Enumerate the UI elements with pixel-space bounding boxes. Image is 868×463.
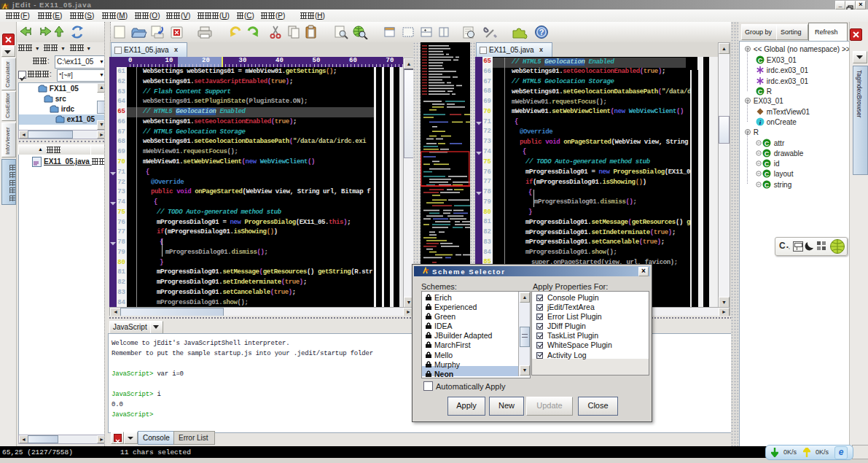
svg-text:C: C (765, 150, 770, 157)
svg-text:C: C (758, 88, 763, 96)
svg-text:C: C (765, 140, 770, 147)
svg-text:C: C (765, 171, 770, 178)
svg-text:?: ? (539, 28, 544, 36)
svg-text:C: C (758, 57, 763, 64)
svg-text:C: C (765, 182, 770, 189)
svg-text:C: C (765, 160, 770, 168)
